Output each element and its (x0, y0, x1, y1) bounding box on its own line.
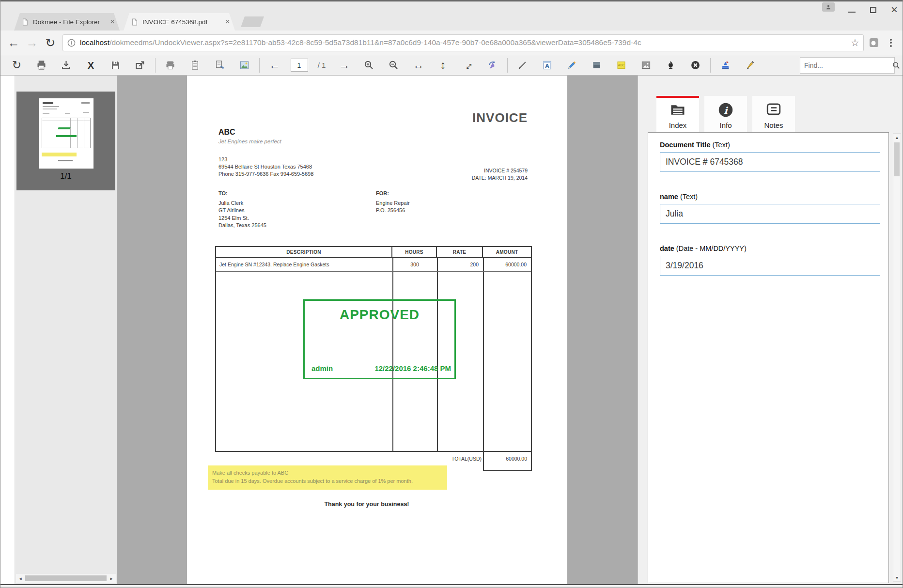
search-icon[interactable] (892, 61, 901, 70)
pen-tool-icon (566, 60, 577, 71)
refresh-button[interactable]: ↻ (4, 58, 29, 73)
invoice-to-block: TO: Julia Clerk GT Airlines 1254 Elm St.… (218, 190, 266, 230)
extension-icon[interactable] (869, 37, 879, 48)
save-button[interactable] (103, 58, 128, 73)
remove-annotation-button[interactable] (683, 58, 708, 73)
thumbnail-hscrollbar[interactable]: ◂ ▸ (16, 574, 116, 583)
tab-index[interactable]: Index (656, 96, 699, 132)
thumbnail-item-selected[interactable]: 1/1 (16, 92, 115, 190)
page-number-input[interactable] (291, 59, 308, 72)
delete-icon: X (88, 61, 94, 70)
browser-tab-file-explorer[interactable]: Dokmee - File Explorer × (14, 13, 120, 31)
signature-tool-icon (745, 60, 756, 71)
fit-height-button[interactable]: ↕ (431, 58, 455, 73)
zoom-out-button[interactable] (381, 58, 406, 73)
stamp-tool-button[interactable] (713, 58, 738, 73)
tab-notes[interactable]: Notes (752, 96, 795, 132)
find-input[interactable] (804, 62, 892, 69)
company-name: ABC (218, 128, 281, 137)
replace-page-button[interactable] (207, 58, 232, 73)
browser-window: { "browser_tabs": [ { "title": "Dokmee -… (0, 0, 903, 588)
new-tab-button[interactable] (241, 16, 264, 27)
window-controls: × (848, 4, 898, 15)
signature-tool-button[interactable] (738, 58, 763, 73)
browser-navbar: ← → ↻ localhost/dokmeedms/UndockViewer.a… (0, 31, 903, 55)
tab-info[interactable]: i Info (704, 96, 747, 132)
fit-width-button[interactable]: ↔ (406, 58, 431, 73)
index-fields-panel: Document Title (Text) name (Text) date (… (648, 132, 889, 583)
pen-tool-button[interactable] (560, 58, 584, 73)
invoice-table-row: Jet Engine SN #12343. Replace Engine Gas… (216, 258, 531, 272)
folder-icon (669, 101, 686, 119)
thumbnail-page-preview[interactable] (39, 98, 93, 169)
address-bar[interactable]: localhost/dokmeedms/UndockViewer.aspx?s=… (62, 34, 864, 51)
name-input[interactable] (660, 204, 880, 224)
insert-image-button[interactable] (232, 58, 257, 73)
text-annotation-button[interactable]: A (535, 58, 560, 73)
toolbar-divider (507, 58, 508, 73)
vscrollbar-thumb[interactable] (894, 142, 900, 176)
thumbnail-page-label: 1/1 (16, 171, 115, 181)
panel-vscrollbar[interactable]: ▴ ▾ (893, 133, 901, 582)
profile-button[interactable] (822, 2, 835, 12)
toolbar-divider (710, 58, 711, 73)
print-button[interactable] (29, 58, 54, 73)
copy-page-icon (189, 60, 201, 71)
print-alt-icon (165, 60, 176, 71)
export-button[interactable] (128, 58, 153, 73)
copy-page-button[interactable] (183, 58, 207, 73)
bookmark-star-icon[interactable]: ☆ (849, 37, 859, 48)
line-tool-button[interactable] (510, 58, 535, 73)
zoom-out-icon (388, 60, 399, 71)
highlight-note-button[interactable]: ABC (609, 58, 634, 73)
rotate-page-button[interactable] (480, 58, 505, 73)
thumb-mini-stamp-date (56, 135, 77, 137)
maximize-button[interactable] (870, 7, 876, 13)
page-count-label: / 1 (311, 61, 332, 69)
fit-page-button[interactable]: ↔ (455, 58, 480, 73)
field-document-title: Document Title (Text) (660, 141, 880, 172)
company-tagline: Jet Engines make perfect (218, 139, 281, 144)
print-alt-button[interactable] (158, 58, 183, 73)
scroll-left-icon[interactable]: ◂ (17, 575, 23, 582)
thumb-mini-company (43, 102, 53, 104)
field-label: name (660, 193, 678, 201)
download-button[interactable] (54, 58, 78, 73)
scroll-down-icon[interactable]: ▾ (893, 575, 901, 580)
tab-close-icon[interactable]: × (225, 17, 230, 27)
browser-tab-invoice-pdf[interactable]: INVOICE 6745368.pdf × (124, 13, 235, 31)
image-annotation-button[interactable] (634, 58, 658, 73)
thumb-mini-title (81, 102, 90, 104)
delete-button[interactable]: X (78, 58, 103, 73)
invoice-total-label: TOTAL(USD) (390, 456, 482, 462)
reload-button[interactable]: ↻ (41, 36, 60, 50)
prev-page-button[interactable]: ← (262, 58, 287, 73)
hscrollbar-thumb[interactable] (25, 575, 107, 581)
burn-annotations-icon (665, 60, 676, 71)
invoice-date: DATE: MARCH 19, 2014 (472, 174, 528, 182)
print-icon (36, 60, 47, 71)
site-info-icon[interactable] (67, 38, 76, 47)
browser-menu-icon[interactable] (886, 37, 896, 48)
thumb-mini-line (43, 106, 59, 107)
url-text[interactable]: localhost/dokmeedms/UndockViewer.aspx?s=… (80, 38, 847, 47)
replace-page-icon (214, 60, 225, 71)
close-button[interactable]: × (891, 5, 898, 14)
next-page-button[interactable]: → (332, 58, 357, 73)
find-box[interactable] (800, 57, 895, 74)
forward-button[interactable]: → (23, 36, 41, 50)
back-button[interactable]: ← (4, 36, 23, 50)
next-page-icon: → (339, 60, 350, 71)
document-title-input[interactable] (660, 152, 880, 172)
fit-height-icon: ↕ (440, 60, 446, 71)
date-input[interactable] (660, 256, 880, 276)
minimize-button[interactable] (848, 12, 856, 13)
rectangle-tool-button[interactable] (584, 58, 609, 73)
tab-close-icon[interactable]: × (110, 17, 115, 27)
scroll-right-icon[interactable]: ▸ (109, 575, 114, 582)
zoom-in-button[interactable] (357, 58, 381, 73)
scroll-up-icon[interactable]: ▴ (893, 135, 901, 140)
panel-tabs: Index i Info Notes (656, 96, 795, 132)
burn-annotations-button[interactable] (658, 58, 683, 73)
invoice-page[interactable]: ABC Jet Engines make perfect 123 69544 B… (187, 76, 567, 584)
